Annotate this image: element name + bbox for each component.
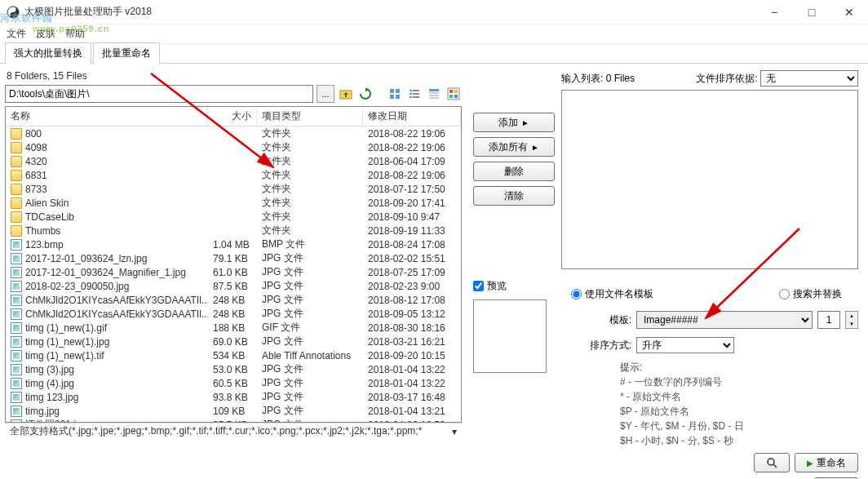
sort-order-select[interactable]: 升序 bbox=[636, 337, 734, 353]
table-row[interactable]: 800文件夹2018-08-22 19:06 bbox=[6, 126, 461, 140]
tabstrip: 强大的批量转换 批量重命名 bbox=[0, 44, 868, 64]
delete-button[interactable]: 删除 bbox=[473, 162, 555, 181]
hints-block: 提示: # - 一位数字的序列编号 * - 原始文件名 $P - 原始文件名 $… bbox=[571, 360, 858, 448]
clear-button[interactable]: 清除 bbox=[473, 186, 555, 206]
folder-icon bbox=[11, 184, 22, 195]
add-all-button[interactable]: 添加所有► bbox=[473, 137, 555, 157]
menu-skin[interactable]: 皮肤 bbox=[36, 27, 55, 41]
svg-rect-4 bbox=[390, 95, 394, 99]
tab-batch-rename[interactable]: 批量重命名 bbox=[93, 42, 160, 64]
image-file-icon bbox=[11, 378, 22, 389]
table-row[interactable]: TDCaseLib文件夹2018-09-10 9:47 bbox=[6, 210, 461, 224]
col-date[interactable]: 修改日期 bbox=[363, 107, 461, 126]
table-row[interactable]: 123.bmp1.04 MBBMP 文件2018-08-24 17:08 bbox=[6, 237, 461, 251]
folder-icon bbox=[11, 211, 22, 223]
path-input[interactable] bbox=[5, 85, 313, 103]
input-list-label: 输入列表: 0 Files bbox=[561, 72, 635, 86]
opt-search-replace[interactable]: 搜索并替换 bbox=[779, 287, 842, 301]
view-thumb-icon[interactable] bbox=[445, 86, 462, 102]
svg-rect-14 bbox=[429, 95, 439, 96]
image-file-icon bbox=[11, 419, 22, 423]
image-file-icon bbox=[11, 281, 22, 292]
preview-checkbox[interactable]: 预览 bbox=[473, 276, 555, 296]
image-file-icon bbox=[11, 308, 22, 320]
svg-rect-8 bbox=[410, 93, 412, 95]
svg-line-22 bbox=[773, 464, 777, 468]
table-row[interactable]: Alien Skin文件夹2018-09-20 17:41 bbox=[6, 196, 461, 210]
table-row[interactable]: 4320文件夹2018-06-04 17:09 bbox=[6, 154, 461, 168]
number-spinner[interactable]: ▲▼ bbox=[845, 311, 858, 329]
formats-footer[interactable]: 全部支持格式(*.jpg;*.jpe;*.jpeg;*.bmp;*.gif;*.… bbox=[5, 423, 462, 439]
col-name[interactable]: 名称 bbox=[6, 107, 208, 126]
preview-box bbox=[473, 299, 547, 373]
table-row[interactable]: 2017-12-01_093624_Magnifier_1.jpg61.0 KB… bbox=[6, 265, 461, 279]
view-details-icon[interactable] bbox=[426, 86, 442, 102]
table-row[interactable]: timg (1)_new(1).gif188 KBGIF 文件2018-08-3… bbox=[6, 321, 461, 335]
svg-rect-17 bbox=[450, 90, 453, 93]
svg-rect-18 bbox=[454, 90, 458, 93]
image-file-icon bbox=[11, 392, 22, 403]
image-file-icon bbox=[11, 253, 22, 264]
image-file-icon bbox=[11, 267, 22, 278]
maximize-button[interactable]: □ bbox=[793, 0, 830, 24]
col-type[interactable]: 项目类型 bbox=[257, 107, 363, 126]
folder-icon bbox=[11, 197, 22, 209]
svg-point-21 bbox=[768, 459, 774, 465]
image-file-icon bbox=[11, 322, 22, 334]
svg-rect-5 bbox=[396, 95, 400, 99]
view-list-icon[interactable] bbox=[406, 86, 423, 102]
menu-file[interactable]: 文件 bbox=[7, 27, 26, 41]
svg-rect-19 bbox=[450, 95, 453, 98]
input-list-box[interactable] bbox=[561, 90, 858, 269]
table-row[interactable]: 4098文件夹2018-08-22 19:06 bbox=[6, 140, 461, 154]
opt-template[interactable]: 使用文件名模板 bbox=[571, 287, 653, 301]
table-row[interactable]: timg.jpg109 KBJPG 文件2018-01-04 13:21 bbox=[6, 404, 461, 418]
table-row[interactable]: 2018-02-23_090050.jpg87.5 KBJPG 文件2018-0… bbox=[6, 279, 461, 293]
minimize-button[interactable]: − bbox=[755, 0, 793, 24]
table-row[interactable]: timg 123.jpg93.8 KBJPG 文件2018-03-17 16:4… bbox=[6, 390, 461, 404]
search-icon bbox=[766, 457, 777, 468]
table-row[interactable]: timg (3).jpg53.0 KBJPG 文件2018-01-04 13:2… bbox=[6, 362, 461, 376]
table-row[interactable]: Thumbs文件夹2018-09-19 11:33 bbox=[6, 224, 461, 237]
add-button[interactable]: 添加► bbox=[473, 113, 555, 132]
folder-icon bbox=[11, 225, 22, 237]
image-file-icon bbox=[11, 239, 22, 251]
svg-rect-12 bbox=[429, 89, 439, 91]
table-row[interactable]: ChMkJld2O1KIYcasAAfEkkY3GDAAATIl...248 K… bbox=[6, 307, 461, 321]
close-button[interactable]: ✕ bbox=[830, 0, 868, 24]
start-number-input[interactable] bbox=[817, 311, 840, 329]
table-row[interactable]: timg (1)_new(1).jpg69.0 KBJPG 文件2018-03-… bbox=[6, 335, 461, 348]
template-input[interactable]: Image##### bbox=[636, 311, 813, 329]
svg-rect-10 bbox=[410, 96, 412, 98]
col-size[interactable]: 大小 bbox=[208, 107, 257, 126]
table-row[interactable]: 8733文件夹2018-07-12 17:50 bbox=[6, 182, 461, 196]
folder-icon bbox=[11, 128, 22, 140]
sort-by-select[interactable]: 无 bbox=[760, 70, 858, 86]
svg-rect-6 bbox=[410, 90, 412, 91]
menu-help[interactable]: 帮助 bbox=[65, 27, 85, 41]
preview-rename-button[interactable] bbox=[754, 453, 790, 472]
table-row[interactable]: timg (1)_new(1).tif534 KBAble Tiff Annot… bbox=[6, 348, 461, 362]
folder-up-icon[interactable] bbox=[338, 86, 354, 102]
table-row[interactable]: 6831文件夹2018-08-22 19:06 bbox=[6, 168, 461, 182]
table-row[interactable]: timg (4).jpg60.5 KBJPG 文件2018-01-04 13:2… bbox=[6, 376, 461, 390]
svg-rect-9 bbox=[413, 93, 419, 95]
svg-rect-20 bbox=[454, 95, 458, 98]
app-icon bbox=[7, 6, 20, 19]
table-row[interactable]: 2017-12-01_093624_lzn.jpg79.1 KBJPG 文件20… bbox=[6, 251, 461, 265]
folder-summary: 8 Folders, 15 Files bbox=[5, 69, 462, 85]
table-row[interactable]: 证件照001.jpg95.5 KBJPG 文件2018-04-23 13:56 bbox=[6, 418, 461, 422]
rename-button[interactable]: ▶重命名 bbox=[795, 453, 858, 472]
titlebar: 太极图片批量处理助手 v2018 − □ ✕ bbox=[0, 0, 868, 24]
image-file-icon bbox=[11, 406, 22, 417]
view-large-icon[interactable] bbox=[387, 86, 403, 102]
tab-batch-convert[interactable]: 强大的批量转换 bbox=[5, 42, 91, 64]
folder-icon bbox=[11, 156, 22, 167]
browse-button[interactable]: ... bbox=[317, 85, 334, 103]
refresh-icon[interactable] bbox=[357, 86, 374, 102]
svg-rect-13 bbox=[429, 92, 439, 94]
table-row[interactable]: ChMkJld2O1KIYcasAAfEkkY3GDAAATIl...248 K… bbox=[6, 293, 461, 307]
sort-by-label: 文件排序依据: 无 bbox=[696, 70, 858, 86]
list-body[interactable]: 800文件夹2018-08-22 19:064098文件夹2018-08-22 … bbox=[6, 126, 461, 422]
image-file-icon bbox=[11, 364, 22, 375]
